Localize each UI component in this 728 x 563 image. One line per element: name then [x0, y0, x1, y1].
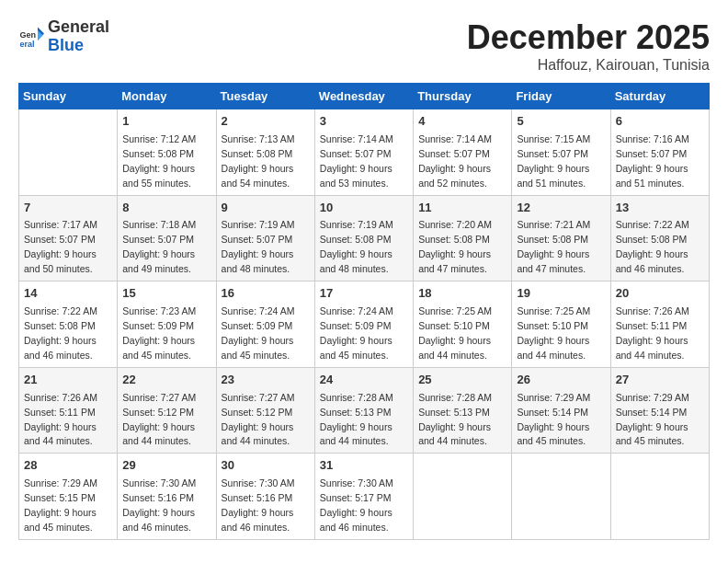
calendar-cell: 14 Sunrise: 7:22 AMSunset: 5:08 PMDaylig… [19, 282, 118, 368]
day-info: Sunrise: 7:27 AMSunset: 5:12 PMDaylight:… [122, 392, 196, 447]
week-row-5: 28 Sunrise: 7:29 AMSunset: 5:15 PMDaylig… [19, 454, 710, 540]
day-number: 7 [24, 200, 112, 217]
day-number: 28 [24, 457, 112, 475]
calendar-cell: 5 Sunrise: 7:15 AMSunset: 5:07 PMDayligh… [512, 109, 610, 196]
day-info: Sunrise: 7:20 AMSunset: 5:08 PMDaylight:… [418, 219, 492, 274]
day-info: Sunrise: 7:29 AMSunset: 5:14 PMDaylight:… [616, 392, 689, 447]
calendar-cell [414, 454, 512, 540]
day-info: Sunrise: 7:29 AMSunset: 5:14 PMDaylight:… [517, 392, 590, 447]
day-info: Sunrise: 7:26 AMSunset: 5:11 PMDaylight:… [616, 305, 689, 361]
logo: Gen eral General Blue [18, 18, 109, 55]
calendar-cell: 27 Sunrise: 7:29 AMSunset: 5:14 PMDaylig… [610, 367, 709, 454]
title-block: December 2025 Haffouz, Kairouan, Tunisia [467, 18, 710, 74]
day-info: Sunrise: 7:14 AMSunset: 5:07 PMDaylight:… [418, 133, 492, 189]
calendar-cell: 17 Sunrise: 7:24 AMSunset: 5:09 PMDaylig… [314, 282, 413, 368]
calendar-cell: 22 Sunrise: 7:27 AMSunset: 5:12 PMDaylig… [118, 367, 216, 454]
day-number: 9 [222, 200, 310, 217]
day-info: Sunrise: 7:30 AMSunset: 5:16 PMDaylight:… [122, 477, 196, 533]
day-number: 3 [320, 113, 408, 131]
calendar-cell: 12 Sunrise: 7:21 AMSunset: 5:08 PMDaylig… [512, 195, 610, 282]
day-info: Sunrise: 7:13 AMSunset: 5:08 PMDaylight:… [222, 133, 295, 189]
day-number: 12 [517, 200, 605, 217]
logo-general-text: General [48, 18, 109, 37]
calendar-cell: 8 Sunrise: 7:18 AMSunset: 5:07 PMDayligh… [118, 195, 216, 282]
calendar-table: SundayMondayTuesdayWednesdayThursdayFrid… [18, 83, 710, 540]
day-number: 6 [616, 113, 704, 131]
day-info: Sunrise: 7:19 AMSunset: 5:07 PMDaylight:… [222, 219, 295, 274]
calendar-cell: 18 Sunrise: 7:25 AMSunset: 5:10 PMDaylig… [414, 282, 512, 368]
day-info: Sunrise: 7:19 AMSunset: 5:08 PMDaylight:… [320, 219, 393, 274]
day-info: Sunrise: 7:28 AMSunset: 5:13 PMDaylight:… [320, 392, 393, 447]
calendar-cell: 4 Sunrise: 7:14 AMSunset: 5:07 PMDayligh… [414, 109, 512, 196]
day-number: 17 [320, 285, 408, 303]
calendar-body: 1 Sunrise: 7:12 AMSunset: 5:08 PMDayligh… [19, 109, 710, 540]
calendar-cell: 29 Sunrise: 7:30 AMSunset: 5:16 PMDaylig… [118, 454, 216, 540]
calendar-cell: 3 Sunrise: 7:14 AMSunset: 5:07 PMDayligh… [314, 109, 413, 196]
header-day-monday: Monday [118, 84, 216, 109]
day-info: Sunrise: 7:15 AMSunset: 5:07 PMDaylight:… [517, 133, 590, 189]
day-number: 15 [122, 285, 210, 303]
day-info: Sunrise: 7:14 AMSunset: 5:07 PMDaylight:… [320, 133, 393, 189]
day-number: 5 [517, 113, 605, 131]
day-info: Sunrise: 7:28 AMSunset: 5:13 PMDaylight:… [418, 392, 492, 447]
day-info: Sunrise: 7:29 AMSunset: 5:15 PMDaylight:… [24, 477, 97, 533]
calendar-cell [512, 454, 610, 540]
day-number: 31 [320, 457, 408, 475]
day-info: Sunrise: 7:26 AMSunset: 5:11 PMDaylight:… [24, 392, 97, 447]
day-info: Sunrise: 7:30 AMSunset: 5:16 PMDaylight:… [222, 477, 295, 533]
month-year-title: December 2025 [467, 18, 710, 57]
calendar-cell: 7 Sunrise: 7:17 AMSunset: 5:07 PMDayligh… [19, 195, 118, 282]
calendar-cell: 16 Sunrise: 7:24 AMSunset: 5:09 PMDaylig… [216, 282, 314, 368]
calendar-cell: 30 Sunrise: 7:30 AMSunset: 5:16 PMDaylig… [216, 454, 314, 540]
calendar-cell: 13 Sunrise: 7:22 AMSunset: 5:08 PMDaylig… [610, 195, 709, 282]
day-info: Sunrise: 7:21 AMSunset: 5:08 PMDaylight:… [517, 219, 590, 274]
day-number: 27 [616, 372, 704, 389]
day-number: 10 [320, 200, 408, 217]
day-number: 14 [24, 285, 112, 303]
day-number: 18 [418, 285, 506, 303]
day-number: 8 [122, 200, 210, 217]
header-day-thursday: Thursday [414, 84, 512, 109]
day-info: Sunrise: 7:12 AMSunset: 5:08 PMDaylight:… [122, 133, 196, 189]
calendar-cell: 11 Sunrise: 7:20 AMSunset: 5:08 PMDaylig… [414, 195, 512, 282]
calendar-cell: 24 Sunrise: 7:28 AMSunset: 5:13 PMDaylig… [314, 367, 413, 454]
logo-blue-text: Blue [48, 37, 109, 55]
header-day-saturday: Saturday [610, 84, 709, 109]
day-number: 4 [418, 113, 506, 131]
day-number: 2 [222, 113, 310, 131]
calendar-cell: 2 Sunrise: 7:13 AMSunset: 5:08 PMDayligh… [216, 109, 314, 196]
calendar-cell: 21 Sunrise: 7:26 AMSunset: 5:11 PMDaylig… [19, 367, 118, 454]
calendar-cell [610, 454, 709, 540]
day-number: 21 [24, 372, 112, 389]
calendar-cell: 25 Sunrise: 7:28 AMSunset: 5:13 PMDaylig… [414, 367, 512, 454]
day-number: 13 [616, 200, 704, 217]
calendar-cell: 31 Sunrise: 7:30 AMSunset: 5:17 PMDaylig… [314, 454, 413, 540]
day-number: 25 [418, 372, 506, 389]
day-number: 19 [517, 285, 605, 303]
week-row-2: 7 Sunrise: 7:17 AMSunset: 5:07 PMDayligh… [19, 195, 710, 282]
calendar-cell: 23 Sunrise: 7:27 AMSunset: 5:12 PMDaylig… [216, 367, 314, 454]
svg-text:eral: eral [19, 39, 34, 48]
header-row: SundayMondayTuesdayWednesdayThursdayFrid… [19, 84, 710, 109]
day-number: 20 [616, 285, 704, 303]
day-number: 29 [122, 457, 210, 475]
day-number: 1 [122, 113, 210, 131]
day-number: 26 [517, 372, 605, 389]
day-info: Sunrise: 7:22 AMSunset: 5:08 PMDaylight:… [24, 305, 97, 361]
day-info: Sunrise: 7:30 AMSunset: 5:17 PMDaylight:… [320, 477, 393, 533]
day-number: 16 [222, 285, 310, 303]
day-info: Sunrise: 7:16 AMSunset: 5:07 PMDaylight:… [616, 133, 689, 189]
day-number: 22 [122, 372, 210, 389]
header-day-friday: Friday [512, 84, 610, 109]
day-number: 11 [418, 200, 506, 217]
day-info: Sunrise: 7:24 AMSunset: 5:09 PMDaylight:… [222, 305, 295, 361]
day-number: 23 [222, 372, 310, 389]
logo-icon: Gen eral [18, 24, 44, 50]
calendar-cell: 20 Sunrise: 7:26 AMSunset: 5:11 PMDaylig… [610, 282, 709, 368]
week-row-4: 21 Sunrise: 7:26 AMSunset: 5:11 PMDaylig… [19, 367, 710, 454]
header-day-tuesday: Tuesday [216, 84, 314, 109]
calendar-cell: 19 Sunrise: 7:25 AMSunset: 5:10 PMDaylig… [512, 282, 610, 368]
day-number: 30 [222, 457, 310, 475]
calendar-cell [19, 109, 118, 196]
calendar-cell: 28 Sunrise: 7:29 AMSunset: 5:15 PMDaylig… [19, 454, 118, 540]
